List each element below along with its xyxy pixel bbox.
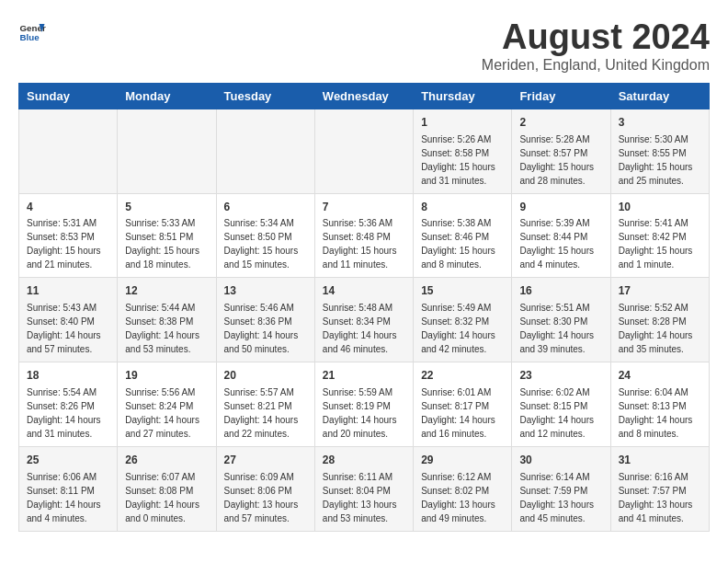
day-number: 5	[125, 200, 208, 215]
day-number: 24	[619, 368, 701, 384]
sunset-text: Sunset: 8:08 PM	[125, 484, 208, 498]
sunset-text: Sunset: 8:30 PM	[519, 315, 602, 328]
sunset-text: Sunset: 8:17 PM	[421, 399, 504, 413]
calendar-cell	[118, 109, 216, 193]
sunset-text: Sunset: 8:40 PM	[27, 315, 109, 328]
calendar-table: Sunday Monday Tuesday Wednesday Thursday…	[18, 83, 710, 532]
day-number: 20	[224, 368, 307, 384]
calendar-cell: 7Sunrise: 5:36 AMSunset: 8:48 PMDaylight…	[314, 193, 413, 278]
calendar-cell: 16Sunrise: 5:51 AMSunset: 8:30 PMDayligh…	[512, 278, 610, 362]
sunrise-text: Sunrise: 5:48 AM	[323, 301, 405, 315]
calendar-cell: 24Sunrise: 6:04 AMSunset: 8:13 PMDayligh…	[610, 362, 709, 447]
day-number: 4	[27, 200, 109, 215]
day-info: Sunrise: 6:02 AMSunset: 8:15 PMDaylight:…	[519, 385, 602, 441]
sunrise-text: Sunrise: 5:38 AM	[421, 216, 504, 230]
day-number: 1	[421, 115, 504, 131]
sunset-text: Sunset: 7:57 PM	[619, 484, 701, 498]
logo-icon: General Blue	[18, 18, 46, 46]
daylight-text: Daylight: 15 hours and 31 minutes.	[421, 160, 504, 188]
daylight-text: Daylight: 15 hours and 4 minutes.	[519, 244, 602, 271]
daylight-text: Daylight: 14 hours and 4 minutes.	[27, 498, 109, 525]
sunrise-text: Sunrise: 6:01 AM	[421, 385, 504, 399]
day-info: Sunrise: 6:16 AMSunset: 7:57 PMDaylight:…	[619, 470, 701, 525]
sunrise-text: Sunrise: 5:39 AM	[519, 216, 602, 230]
sunset-text: Sunset: 8:26 PM	[27, 399, 109, 413]
sunset-text: Sunset: 8:02 PM	[421, 484, 504, 498]
sunrise-text: Sunrise: 6:06 AM	[27, 470, 109, 484]
calendar-cell: 15Sunrise: 5:49 AMSunset: 8:32 PMDayligh…	[414, 278, 512, 362]
calendar-cell: 17Sunrise: 5:52 AMSunset: 8:28 PMDayligh…	[610, 278, 709, 362]
daylight-text: Daylight: 14 hours and 39 minutes.	[519, 328, 602, 356]
calendar-cell: 21Sunrise: 5:59 AMSunset: 8:19 PMDayligh…	[314, 362, 413, 447]
logo: General Blue	[18, 18, 46, 46]
sunset-text: Sunset: 8:21 PM	[224, 399, 307, 413]
calendar-cell: 5Sunrise: 5:33 AMSunset: 8:51 PMDaylight…	[118, 193, 216, 278]
calendar-cell: 19Sunrise: 5:56 AMSunset: 8:24 PMDayligh…	[118, 362, 216, 447]
daylight-text: Daylight: 14 hours and 22 minutes.	[224, 413, 307, 441]
sunset-text: Sunset: 8:24 PM	[125, 399, 208, 413]
sunrise-text: Sunrise: 5:28 AM	[519, 132, 602, 146]
calendar-cell: 11Sunrise: 5:43 AMSunset: 8:40 PMDayligh…	[19, 278, 118, 362]
subtitle: Meriden, England, United Kingdom	[482, 57, 710, 74]
daylight-text: Daylight: 14 hours and 42 minutes.	[421, 328, 504, 356]
main-title: August 2024	[482, 18, 710, 57]
daylight-text: Daylight: 14 hours and 31 minutes.	[27, 413, 109, 441]
daylight-text: Daylight: 14 hours and 46 minutes.	[323, 328, 405, 356]
day-number: 28	[323, 453, 405, 468]
calendar-cell: 31Sunrise: 6:16 AMSunset: 7:57 PMDayligh…	[610, 446, 709, 531]
daylight-text: Daylight: 15 hours and 18 minutes.	[125, 244, 208, 271]
daylight-text: Daylight: 15 hours and 15 minutes.	[224, 244, 307, 271]
day-info: Sunrise: 5:44 AMSunset: 8:38 PMDaylight:…	[125, 301, 208, 356]
header: General Blue August 2024 Meriden, Englan…	[18, 18, 710, 74]
calendar-header: Sunday Monday Tuesday Wednesday Thursday…	[19, 83, 710, 109]
sunset-text: Sunset: 8:58 PM	[421, 146, 504, 160]
day-info: Sunrise: 5:26 AMSunset: 8:58 PMDaylight:…	[421, 132, 504, 188]
calendar-cell: 28Sunrise: 6:11 AMSunset: 8:04 PMDayligh…	[314, 446, 413, 531]
sunset-text: Sunset: 8:06 PM	[224, 484, 307, 498]
day-number: 7	[323, 200, 405, 215]
sunrise-text: Sunrise: 5:26 AM	[421, 132, 504, 146]
day-number: 12	[125, 283, 208, 299]
calendar-cell: 26Sunrise: 6:07 AMSunset: 8:08 PMDayligh…	[118, 446, 216, 531]
sunrise-text: Sunrise: 5:51 AM	[519, 301, 602, 315]
sunset-text: Sunset: 8:51 PM	[125, 230, 208, 244]
sunrise-text: Sunrise: 6:14 AM	[519, 470, 602, 484]
calendar-cell: 27Sunrise: 6:09 AMSunset: 8:06 PMDayligh…	[216, 446, 314, 531]
day-info: Sunrise: 6:04 AMSunset: 8:13 PMDaylight:…	[619, 385, 701, 441]
day-info: Sunrise: 5:46 AMSunset: 8:36 PMDaylight:…	[224, 301, 307, 356]
calendar-cell: 13Sunrise: 5:46 AMSunset: 8:36 PMDayligh…	[216, 278, 314, 362]
day-info: Sunrise: 5:51 AMSunset: 8:30 PMDaylight:…	[519, 301, 602, 356]
day-number: 8	[421, 200, 504, 215]
sunset-text: Sunset: 8:15 PM	[519, 399, 602, 413]
sunset-text: Sunset: 8:55 PM	[619, 146, 701, 160]
sunrise-text: Sunrise: 5:33 AM	[125, 216, 208, 230]
daylight-text: Daylight: 15 hours and 21 minutes.	[27, 244, 109, 271]
sunset-text: Sunset: 8:38 PM	[125, 315, 208, 328]
title-section: August 2024 Meriden, England, United Kin…	[482, 18, 710, 74]
day-info: Sunrise: 5:39 AMSunset: 8:44 PMDaylight:…	[519, 216, 602, 271]
day-info: Sunrise: 6:11 AMSunset: 8:04 PMDaylight:…	[323, 470, 405, 525]
calendar-week-5: 25Sunrise: 6:06 AMSunset: 8:11 PMDayligh…	[19, 446, 710, 531]
sunrise-text: Sunrise: 5:31 AM	[27, 216, 109, 230]
day-number: 23	[519, 368, 602, 384]
daylight-text: Daylight: 13 hours and 45 minutes.	[519, 498, 602, 525]
day-number: 29	[421, 453, 504, 468]
day-info: Sunrise: 5:57 AMSunset: 8:21 PMDaylight:…	[224, 385, 307, 441]
daylight-text: Daylight: 14 hours and 53 minutes.	[125, 328, 208, 356]
sunrise-text: Sunrise: 5:59 AM	[323, 385, 405, 399]
sunset-text: Sunset: 8:32 PM	[421, 315, 504, 328]
header-row: Sunday Monday Tuesday Wednesday Thursday…	[19, 83, 710, 109]
sunrise-text: Sunrise: 6:12 AM	[421, 470, 504, 484]
day-info: Sunrise: 5:56 AMSunset: 8:24 PMDaylight:…	[125, 385, 208, 441]
sunrise-text: Sunrise: 6:11 AM	[323, 470, 405, 484]
svg-text:Blue: Blue	[20, 32, 40, 42]
sunrise-text: Sunrise: 5:30 AM	[619, 132, 701, 146]
day-number: 6	[224, 200, 307, 215]
calendar-cell: 8Sunrise: 5:38 AMSunset: 8:46 PMDaylight…	[414, 193, 512, 278]
day-info: Sunrise: 5:54 AMSunset: 8:26 PMDaylight:…	[27, 385, 109, 441]
daylight-text: Daylight: 14 hours and 20 minutes.	[323, 413, 405, 441]
daylight-text: Daylight: 15 hours and 1 minute.	[619, 244, 701, 271]
day-info: Sunrise: 5:31 AMSunset: 8:53 PMDaylight:…	[27, 216, 109, 271]
calendar-cell: 2Sunrise: 5:28 AMSunset: 8:57 PMDaylight…	[512, 109, 610, 193]
day-info: Sunrise: 5:43 AMSunset: 8:40 PMDaylight:…	[27, 301, 109, 356]
